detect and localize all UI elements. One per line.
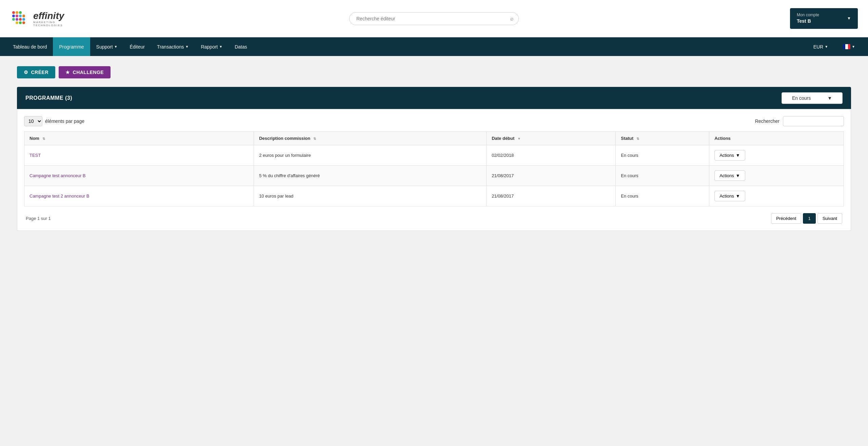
status-dropdown[interactable]: En cours ▼: [782, 92, 843, 104]
nav-currency[interactable]: EUR ▼: [807, 37, 834, 56]
svg-point-7: [12, 18, 15, 21]
chevron-down-icon: ▼: [185, 45, 189, 49]
row-description: 5 % du chiffre d'affaires généré: [254, 166, 487, 186]
page-1-button[interactable]: 1: [803, 213, 815, 224]
search-input[interactable]: [349, 12, 519, 25]
star-icon: ★: [65, 70, 70, 75]
row-nom-link[interactable]: TEST: [29, 153, 41, 158]
pagination: Précédent 1 Suivant: [771, 213, 842, 224]
logo-area: effinity MARKETING TECHNOLOGIES: [10, 9, 78, 28]
challenge-button[interactable]: ★ CHALLENGE: [59, 66, 111, 78]
nav-item-datas[interactable]: Datas: [229, 37, 253, 56]
action-buttons: ⚙ CRÉER ★ CHALLENGE: [17, 66, 851, 78]
table-row: Campagne test 2 annonceur B 10 euros par…: [24, 186, 844, 206]
account-dropdown[interactable]: Mon compte Test B ▼: [790, 8, 858, 29]
actions-button[interactable]: Actions ▼: [714, 170, 745, 181]
table-search-input[interactable]: [783, 116, 844, 126]
row-description: 2 euros pour un formulaire: [254, 145, 487, 166]
programme-title: PROGRAMME (3): [25, 95, 72, 101]
nav-right: EUR ▼ ▼: [807, 37, 861, 56]
nav-item-programme[interactable]: Programme: [53, 37, 90, 56]
row-statut: En cours: [616, 166, 709, 186]
sort-icon: ⇅: [636, 137, 639, 141]
svg-point-0: [12, 11, 15, 14]
nav-item-support[interactable]: Support ▼: [90, 37, 124, 56]
nav-item-editeur[interactable]: Éditeur: [124, 37, 151, 56]
logo-icon: [10, 9, 29, 28]
chevron-down-icon: ▼: [852, 45, 855, 49]
col-statut: Statut ⇅: [616, 132, 709, 145]
flag-icon: [843, 44, 850, 49]
col-actions: Actions: [709, 132, 844, 145]
chevron-down-icon: ▼: [114, 45, 118, 49]
row-date: 02/02/2018: [487, 145, 616, 166]
col-date: Date début ▼: [487, 132, 616, 145]
actions-button[interactable]: Actions ▼: [714, 191, 745, 201]
nav-language[interactable]: ▼: [837, 37, 861, 56]
table-row: Campagne test annonceur B 5 % du chiffre…: [24, 166, 844, 186]
pagination-row: Page 1 sur 1 Précédent 1 Suivant: [24, 213, 844, 224]
top-header: effinity MARKETING TECHNOLOGIES ⌕ Mon co…: [0, 0, 868, 37]
data-table: Nom ⇅ Description commission ⇅ Date débu…: [24, 131, 844, 206]
chevron-down-icon: ▼: [219, 45, 222, 49]
account-info: Mon compte Test B: [797, 12, 819, 24]
svg-point-6: [22, 15, 25, 17]
nav-item-transactions[interactable]: Transactions ▼: [151, 37, 195, 56]
svg-point-12: [19, 21, 22, 24]
table-controls: 10 25 50 éléments par page Rechercher: [24, 116, 844, 126]
chevron-down-icon: ▼: [825, 45, 828, 49]
nav-item-tableau[interactable]: Tableau de bord: [7, 37, 53, 56]
per-page-control: 10 25 50 éléments par page: [24, 116, 84, 126]
svg-point-8: [16, 18, 18, 21]
sort-icon: ⇅: [313, 137, 316, 141]
main-content: ⚙ CRÉER ★ CHALLENGE PROGRAMME (3) En cou…: [0, 56, 868, 446]
prev-button[interactable]: Précédent: [771, 213, 801, 224]
chevron-down-icon: ▼: [847, 16, 851, 21]
sort-icon: ▼: [517, 137, 521, 141]
table-section: 10 25 50 éléments par page Rechercher No…: [17, 109, 851, 231]
search-box: ⌕: [349, 12, 519, 25]
account-name: Test B: [797, 18, 819, 25]
table-row: TEST 2 euros pour un formulaire 02/02/20…: [24, 145, 844, 166]
search-icon: ⌕: [510, 16, 514, 22]
chevron-down-icon: ▼: [736, 153, 740, 158]
row-statut: En cours: [616, 145, 709, 166]
next-button[interactable]: Suivant: [817, 213, 842, 224]
col-nom: Nom ⇅: [24, 132, 254, 145]
page-info: Page 1 sur 1: [26, 216, 51, 221]
chevron-down-icon: ▼: [736, 173, 740, 178]
svg-point-5: [19, 15, 22, 17]
row-nom-link[interactable]: Campagne test 2 annonceur B: [29, 193, 89, 199]
chevron-down-icon: ▼: [736, 193, 740, 199]
col-description: Description commission ⇅: [254, 132, 487, 145]
svg-point-11: [16, 21, 18, 24]
svg-point-1: [16, 11, 18, 14]
svg-point-10: [22, 18, 25, 21]
chevron-down-icon: ▼: [827, 95, 832, 101]
account-label: Mon compte: [797, 12, 819, 18]
svg-point-3: [12, 15, 15, 17]
search-label: Rechercher: [755, 118, 780, 124]
row-description: 10 euros par lead: [254, 186, 487, 206]
svg-point-9: [19, 18, 22, 21]
gear-icon: ⚙: [24, 70, 28, 75]
row-statut: En cours: [616, 186, 709, 206]
programme-header: PROGRAMME (3) En cours ▼: [17, 87, 851, 109]
svg-point-2: [19, 11, 22, 14]
per-page-select[interactable]: 10 25 50: [24, 116, 42, 126]
table-header-row: Nom ⇅ Description commission ⇅ Date débu…: [24, 132, 844, 145]
row-date: 21/08/2017: [487, 186, 616, 206]
sort-icon: ⇅: [42, 137, 45, 141]
main-nav: Tableau de bord Programme Support ▼ Édit…: [0, 37, 868, 56]
svg-point-13: [22, 21, 25, 24]
row-nom-link[interactable]: Campagne test annonceur B: [29, 173, 86, 178]
per-page-label: éléments par page: [45, 118, 84, 124]
actions-button[interactable]: Actions ▼: [714, 150, 745, 161]
search-area: ⌕: [78, 12, 790, 25]
nav-item-rapport[interactable]: Rapport ▼: [195, 37, 229, 56]
creer-button[interactable]: ⚙ CRÉER: [17, 66, 55, 78]
svg-point-4: [16, 15, 18, 17]
search-right: Rechercher: [755, 116, 844, 126]
row-date: 21/08/2017: [487, 166, 616, 186]
